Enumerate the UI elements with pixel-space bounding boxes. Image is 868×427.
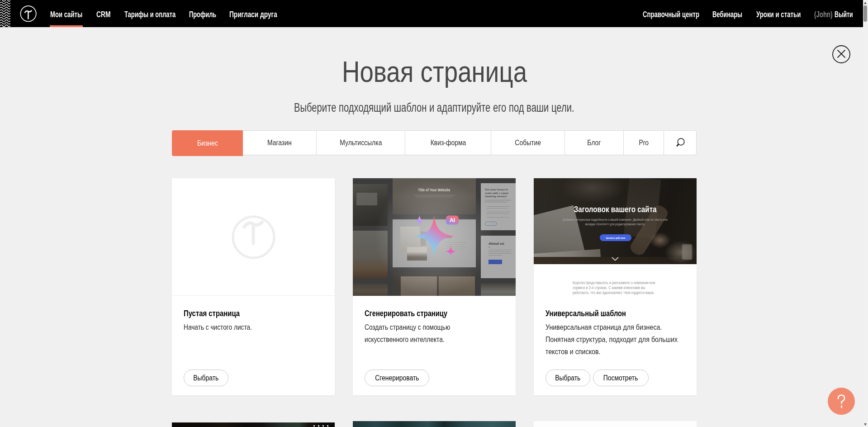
svg-text:AI: AI [450,217,455,223]
